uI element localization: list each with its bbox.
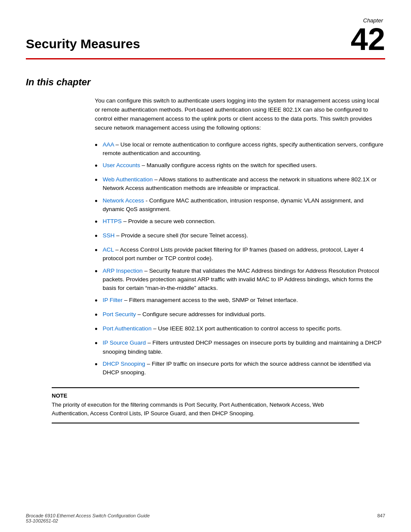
bullet-content: AAA – Use local or remote authentication… [103,140,385,158]
section-title: In this chapter [26,77,385,88]
note-text: The priority of execution for the filter… [52,401,359,417]
intro-paragraph: You can configure this switch to authent… [95,96,385,133]
footer-line: Brocade 6910 Ethernet Access Switch Conf… [26,513,150,518]
bullet-link[interactable]: User Accounts [103,162,140,168]
bullet-link[interactable]: ARP Inspection [103,268,143,274]
list-item: •IP Filter – Filters management access t… [95,296,385,307]
note-label: NOTE [52,392,359,399]
bullet-content: Port Authentication – Use IEEE 802.1X po… [103,324,385,333]
bullet-dot: • [95,174,97,186]
bullet-dot: • [95,196,97,207]
bullet-dot: • [95,245,97,256]
bullet-content: Port Security – Configure secure address… [103,310,385,319]
bullet-content: User Accounts – Manually configure acces… [103,161,385,170]
list-item: •Port Security – Configure secure addres… [95,310,385,321]
list-item: •ARP Inspection – Security feature that … [95,267,385,293]
bullet-dot: • [95,324,97,335]
bullet-content: DHCP Snooping – Filter IP traffic on ins… [103,360,385,377]
bullet-content: IP Filter – Filters management access to… [103,296,385,305]
bullet-link[interactable]: DHCP Snooping [103,361,145,367]
list-item: •Port Authentication – Use IEEE 802.1X p… [95,324,385,335]
footer-left: Brocade 6910 Ethernet Access Switch Conf… [26,513,150,523]
bullet-link[interactable]: AAA [103,141,114,148]
bullet-dot: • [95,338,97,349]
chapter-title: Security Measures [26,37,351,55]
chapter-label-area: Chapter 42 [351,17,385,55]
bullet-dot: • [95,140,97,151]
list-item: •DHCP Snooping – Filter IP traffic on in… [95,360,385,377]
list-item: •Network Access - Configure MAC authenti… [95,196,385,214]
page: Security Measures Chapter 42 In this cha… [0,0,411,532]
bullet-content: IP Source Guard – Filters untrusted DHCP… [103,339,385,356]
page-footer: Brocade 6910 Ethernet Access Switch Conf… [26,513,385,523]
bullet-content: SSH – Provide a secure shell (for secure… [103,231,385,240]
bullet-dot: • [95,309,97,321]
bullet-list: •AAA – Use local or remote authenticatio… [95,140,385,377]
bullet-link[interactable]: Port Authentication [103,325,151,332]
bullet-dot: • [95,160,97,172]
bullet-dot: • [95,216,97,228]
bullet-dot: • [95,295,97,307]
bullet-link[interactable]: Network Access [103,197,144,204]
bullet-dot: • [95,359,97,370]
bullet-link[interactable]: HTTPS [103,218,121,224]
page-number: 847 [377,513,385,523]
bullet-content: ARP Inspection – Security feature that v… [103,267,385,293]
bullet-link[interactable]: IP Source Guard [103,339,146,346]
bullet-link[interactable]: Port Security [103,311,136,317]
chapter-header: Security Measures Chapter 42 [0,0,411,55]
bullet-link[interactable]: Web Authentication [103,176,153,183]
list-item: •Web Authentication – Allows stations to… [95,175,385,193]
footer-line: 53-1002651-02 [26,518,58,523]
list-item: •AAA – Use local or remote authenticatio… [95,140,385,158]
list-item: •HTTPS – Provide a secure web connection… [95,217,385,228]
bullet-content: ACL – Access Control Lists provide packe… [103,246,385,263]
chapter-number: 42 [351,24,385,55]
bullet-link[interactable]: ACL [103,246,114,253]
bullet-link[interactable]: SSH [103,232,115,239]
bullet-content: Network Access - Configure MAC authentic… [103,196,385,214]
list-item: •IP Source Guard – Filters untrusted DHC… [95,339,385,356]
main-content: In this chapter You can configure this s… [0,59,411,441]
list-item: •User Accounts – Manually configure acce… [95,161,385,172]
list-item: •ACL – Access Control Lists provide pack… [95,246,385,263]
bullet-dot: • [95,230,97,242]
bullet-dot: • [95,266,97,277]
bullet-content: HTTPS – Provide a secure web connection. [103,217,385,226]
note-box: NOTE The priority of execution for the f… [52,387,359,423]
list-item: •SSH – Provide a secure shell (for secur… [95,231,385,242]
bullet-link[interactable]: IP Filter [103,297,122,303]
bullet-content: Web Authentication – Allows stations to … [103,175,385,193]
